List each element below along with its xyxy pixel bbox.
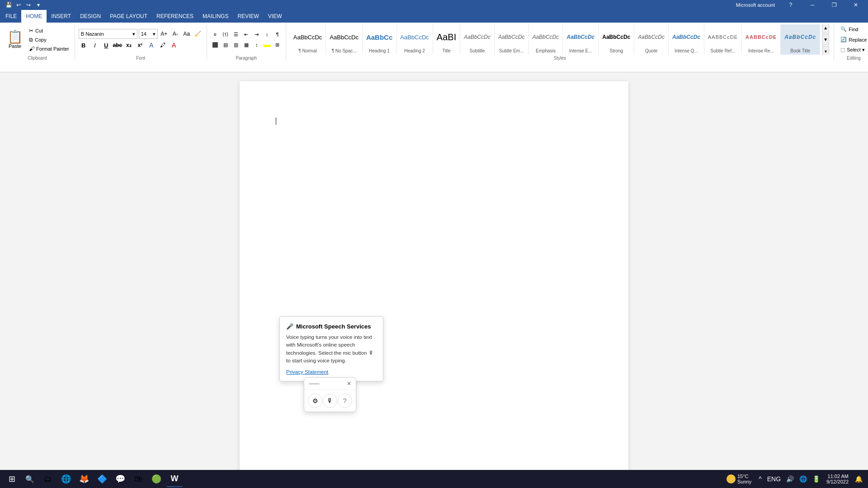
menu-insert[interactable]: INSERT — [47, 10, 75, 23]
styles-scroll-up[interactable]: ▲ — [822, 24, 829, 33]
styles-more[interactable]: ▾ — [822, 46, 829, 55]
menu-file[interactable]: FILE — [1, 10, 21, 23]
taskbar-firefox[interactable]: 🦊 — [76, 471, 92, 487]
taskbar-edge[interactable]: 🌐 — [58, 471, 74, 487]
menu-home[interactable]: HOME — [21, 10, 47, 23]
italic-button[interactable]: I — [90, 40, 100, 50]
style-no-spacing[interactable]: AaBbCcDc ¶ No Spac... — [326, 24, 363, 55]
clear-formatting-button[interactable]: 🧹 — [193, 29, 203, 39]
taskbar-teams[interactable]: 🔷 — [94, 471, 110, 487]
strikethrough-button[interactable]: abc — [113, 40, 123, 50]
replace-button[interactable]: 🔄 Replace — [838, 35, 868, 44]
decrease-font-button[interactable]: A- — [170, 29, 180, 39]
numbering-button[interactable]: ⑴ — [221, 30, 230, 39]
chevron-up-icon[interactable]: ^ — [757, 474, 764, 483]
start-button[interactable]: ⊞ — [4, 471, 20, 487]
align-right-button[interactable]: ▥ — [231, 40, 241, 49]
taskbar-chat[interactable]: 💬 — [112, 471, 128, 487]
style-normal[interactable]: AaBbCcDc ¶ Normal — [290, 24, 326, 55]
style-heading2[interactable]: AaBbCcDc Heading 2 — [396, 24, 433, 55]
taskbar-xbox[interactable]: 🟢 — [148, 471, 165, 487]
battery-icon[interactable]: 🔋 — [811, 474, 822, 483]
align-left-button[interactable]: ⬛ — [211, 40, 220, 49]
style-subtle-em[interactable]: AaBbCcDc Subtle Em... — [495, 24, 529, 55]
menu-references[interactable]: REFERENCES — [152, 10, 198, 23]
paste-button[interactable]: 📋 Paste — [4, 29, 26, 51]
multilevel-list-button[interactable]: ☰ — [231, 30, 241, 39]
undo-qat-button[interactable]: ↩ — [14, 0, 24, 10]
redo-qat-button[interactable]: ↪ — [24, 0, 33, 10]
increase-indent-button[interactable]: ⇥ — [252, 30, 261, 39]
styles-scroll-down[interactable]: ▼ — [822, 34, 829, 45]
customize-qat-button[interactable]: ▾ — [33, 0, 43, 10]
voice-toolbar-handle[interactable] — [309, 383, 320, 385]
font-family-selector[interactable]: B Nazanin ▾ — [79, 29, 137, 39]
document-page[interactable] — [240, 81, 628, 474]
change-case-button[interactable]: Aa — [182, 29, 192, 39]
font-size-selector[interactable]: 14 ▾ — [139, 29, 158, 39]
help-title-button[interactable]: ? — [780, 0, 801, 10]
cut-button[interactable]: ✂ Cut — [27, 27, 71, 35]
style-intense-re[interactable]: AABBCcDE Intense Re... — [742, 24, 781, 55]
font-color-button[interactable]: A — [169, 40, 179, 50]
voice-toolbar-close-button[interactable]: ✕ — [347, 380, 351, 387]
account-label[interactable]: Microsoft account — [736, 2, 775, 8]
align-center-button[interactable]: ▤ — [221, 40, 230, 49]
restore-button[interactable]: ❐ — [824, 0, 844, 10]
find-button[interactable]: 🔍 Find — [838, 24, 861, 34]
document-container[interactable]: 🎤 Microsoft Speech Services Voice typing… — [0, 72, 868, 474]
save-qat-button[interactable]: 💾 — [4, 0, 14, 10]
taskbar-file-explorer[interactable]: 🗂 — [40, 471, 56, 487]
style-book-title[interactable]: AaBbCcDc Book Title — [781, 24, 820, 55]
format-painter-button[interactable]: 🖌 Format Painter — [27, 45, 71, 53]
style-quote[interactable]: AaBbCcDc Quote — [634, 24, 669, 55]
taskbar: ⊞ 🔍 🗂 🌐 🦊 🔷 💬 🛍 🟢 W 15°C Sunny ^ ENG 🔊 🌐 — [0, 470, 868, 488]
style-title[interactable]: AaBI Title — [433, 24, 460, 55]
weather-widget[interactable]: 15°C Sunny — [723, 474, 755, 484]
borders-button[interactable]: ⊞ — [273, 40, 282, 49]
speaker-icon[interactable]: 🔊 — [784, 474, 796, 483]
notifications-icon[interactable]: 🔔 — [853, 474, 864, 483]
close-button[interactable]: ✕ — [845, 0, 866, 10]
voice-mic-button[interactable]: 🎙 — [323, 394, 337, 408]
underline-button[interactable]: U — [101, 40, 111, 50]
taskbar-clock[interactable]: 11:02 AM 9/12/2022 — [824, 473, 851, 485]
subscript-button[interactable]: x₂ — [124, 40, 134, 50]
minimize-button[interactable]: ─ — [802, 0, 823, 10]
justify-button[interactable]: ▦ — [242, 40, 251, 49]
sort-button[interactable]: ↕ — [263, 30, 272, 39]
style-subtle-ref[interactable]: AABBCcDE Subtle Ref... — [704, 24, 742, 55]
increase-font-button[interactable]: A+ — [159, 29, 169, 39]
bullets-button[interactable]: ≡ — [211, 30, 220, 39]
style-intense-e[interactable]: AaBbCcDc Intense E... — [563, 24, 599, 55]
menu-review[interactable]: REVIEW — [233, 10, 263, 23]
show-formatting-button[interactable]: ¶ — [273, 30, 282, 39]
superscript-button[interactable]: x² — [135, 40, 145, 50]
menu-design[interactable]: DESIGN — [75, 10, 105, 23]
voice-help-button[interactable]: ? — [338, 394, 352, 408]
decrease-indent-button[interactable]: ⇤ — [242, 30, 251, 39]
style-intense-q[interactable]: AaBbCcDc Intense Q... — [669, 24, 704, 55]
style-emphasis[interactable]: AaBbCcDc Emphasis — [529, 24, 563, 55]
menu-mailings[interactable]: MAILINGS — [198, 10, 233, 23]
line-spacing-button[interactable]: ↕ — [252, 40, 261, 49]
style-subtitle[interactable]: AaBbCcDc Subtitle — [460, 24, 495, 55]
menu-view[interactable]: VIEW — [264, 10, 287, 23]
select-button[interactable]: ⬚ Select ▾ — [838, 45, 868, 55]
bold-button[interactable]: B — [79, 40, 89, 50]
menu-page-layout[interactable]: PAGE LAYOUT — [105, 10, 152, 23]
voice-toolbar-header: ✕ — [304, 378, 356, 390]
taskbar-search-button[interactable]: 🔍 — [22, 471, 38, 487]
network-icon[interactable]: 🌐 — [797, 474, 809, 483]
highlight-color-button[interactable]: 🖍 — [158, 40, 168, 50]
keyboard-layout-icon[interactable]: ENG — [765, 474, 783, 483]
taskbar-word[interactable]: W — [166, 471, 183, 487]
taskbar-store[interactable]: 🛍 — [130, 471, 146, 487]
privacy-statement-link[interactable]: Privacy Statement — [286, 369, 377, 375]
copy-button[interactable]: ⧉ Copy — [27, 36, 71, 44]
shading-button[interactable]: ▬ — [263, 40, 272, 49]
style-strong[interactable]: AaBbCcDc Strong — [599, 24, 634, 55]
style-heading1[interactable]: AaBbCc Heading 1 — [363, 24, 396, 55]
voice-settings-button[interactable]: ⚙ — [308, 394, 322, 408]
text-effects-button[interactable]: A — [146, 40, 156, 50]
